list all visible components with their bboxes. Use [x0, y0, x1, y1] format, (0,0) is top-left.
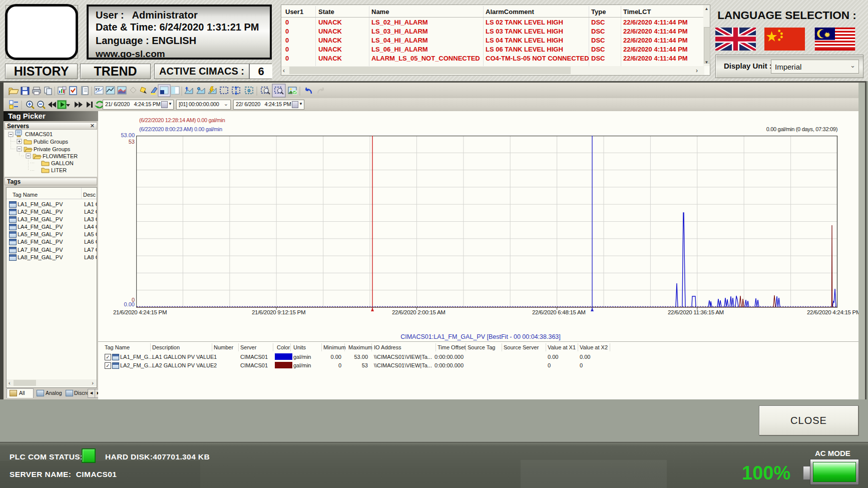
- svg-text:CIMACS01: CIMACS01: [25, 131, 53, 137]
- svg-text:Public Groups: Public Groups: [34, 139, 69, 145]
- svg-text:GALLON: GALLON: [51, 160, 74, 166]
- svg-text:Private Groups: Private Groups: [34, 146, 71, 152]
- svg-text:LITER: LITER: [51, 167, 67, 173]
- svg-text:FLOWMETER: FLOWMETER: [43, 153, 78, 159]
